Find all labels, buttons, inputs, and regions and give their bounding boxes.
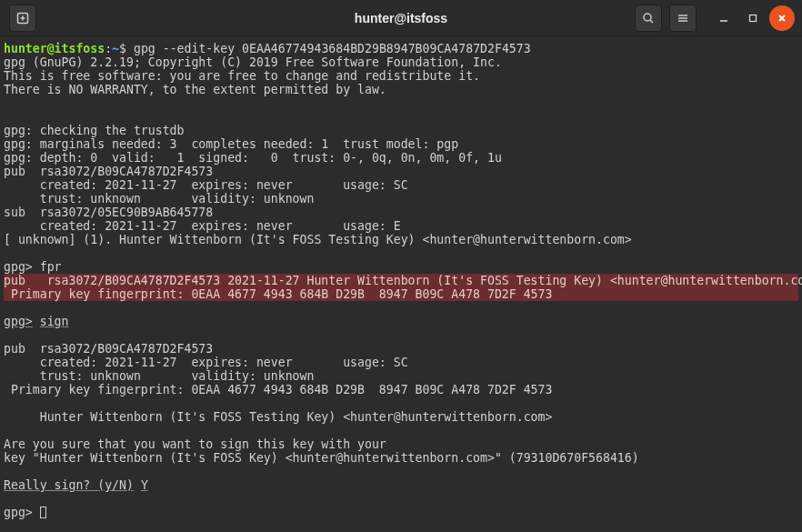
svg-line-4 [650, 20, 653, 23]
close-button[interactable] [769, 5, 795, 31]
prompt-userhost: hunter@itsfoss [4, 42, 105, 55]
highlighted-fingerprint: Primary key fingerprint: 0EAA 4677 4943 … [4, 287, 798, 301]
really-sign-prompt: Really sign? (y/N) [4, 478, 134, 492]
fpr-command: fpr [40, 260, 62, 274]
terminal-output[interactable]: hunter@itsfoss:~$ gpg --edit-key 0EAA467… [0, 36, 802, 525]
gpg-prompt: gpg> [4, 315, 33, 328]
sign-answer: Y [141, 478, 148, 492]
initial-command: gpg --edit-key 0EAA46774943684BD29B8947B… [134, 42, 531, 55]
new-tab-button[interactable] [9, 5, 36, 32]
svg-point-3 [644, 14, 651, 21]
gpg-prompt: gpg> [4, 506, 33, 519]
cursor [40, 507, 46, 518]
search-button[interactable] [635, 5, 662, 32]
minimize-button[interactable] [711, 5, 737, 31]
gpg-version-line: gpg (GnuPG) 2.2.19; Copyright (C) 2019 F… [4, 55, 502, 69]
titlebar: hunter@itsfoss [0, 0, 802, 36]
prompt-path: ~ [112, 42, 119, 55]
maximize-button[interactable] [740, 5, 766, 31]
highlighted-pub: pub rsa3072/B09CA4787D2F4573 2021-11-27 … [4, 274, 798, 287]
menu-button[interactable] [669, 5, 697, 32]
gpg-prompt: gpg> [4, 260, 33, 274]
svg-rect-9 [750, 15, 757, 21]
sign-command: sign [40, 315, 69, 328]
